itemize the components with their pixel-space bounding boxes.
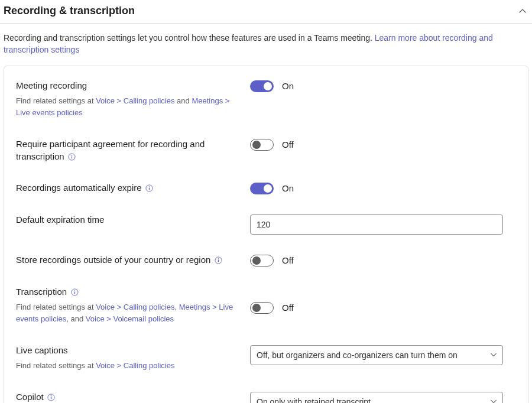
- copilot-label: Copilot: [16, 392, 44, 402]
- setting-live-captions: Live captions Find related settings at V…: [4, 334, 528, 381]
- section-header: Recording & transcription: [0, 0, 532, 24]
- and-text: and: [174, 96, 192, 105]
- setting-default-expiration: Default expiration time: [4, 204, 528, 244]
- svg-rect-14: [51, 397, 51, 399]
- meeting-recording-sublabel: Find related settings at Voice > Calling…: [16, 95, 241, 119]
- description-text: Recording and transcription settings let…: [4, 33, 375, 43]
- copilot-select[interactable]: On only with retained transcript: [250, 392, 503, 403]
- meeting-recording-toggle[interactable]: [250, 80, 274, 92]
- svg-point-7: [218, 258, 218, 259]
- collapse-chevron-up-icon[interactable]: [517, 5, 528, 17]
- svg-point-1: [72, 155, 72, 155]
- store-outside-toggle[interactable]: [250, 255, 274, 266]
- meeting-recording-label: Meeting recording: [16, 80, 87, 90]
- svg-rect-8: [218, 259, 219, 262]
- info-icon[interactable]: [70, 288, 79, 296]
- live-captions-sublabel: Find related settings at Voice > Calling…: [16, 360, 241, 372]
- setting-transcription: Transcription Find related settings at V…: [4, 276, 528, 334]
- setting-store-outside: Store recordings outside of your country…: [4, 244, 528, 276]
- info-icon[interactable]: [214, 256, 222, 264]
- voice-calling-link[interactable]: Voice > Calling policies: [96, 361, 174, 370]
- svg-point-10: [74, 290, 74, 291]
- transcription-label: Transcription: [16, 287, 67, 297]
- store-outside-label: Store recordings outside of your country…: [16, 255, 210, 265]
- info-icon[interactable]: [47, 394, 56, 402]
- voice-calling-link[interactable]: Voice > Calling policies: [96, 303, 174, 311]
- setting-auto-expire: Recordings automatically expire On: [4, 172, 528, 204]
- transcription-state: Off: [282, 303, 294, 313]
- meeting-recording-state: On: [282, 81, 294, 91]
- related-prefix: Find related settings at: [16, 96, 96, 105]
- require-agreement-state: Off: [282, 139, 294, 150]
- section-title: Recording & transcription: [4, 5, 135, 17]
- info-icon[interactable]: [68, 152, 76, 161]
- live-captions-select[interactable]: Off, but organizers and co-organizers ca…: [250, 345, 503, 365]
- svg-point-13: [51, 395, 51, 396]
- setting-meeting-recording: Meeting recording Find related settings …: [4, 70, 528, 128]
- svg-rect-2: [72, 156, 72, 158]
- setting-require-agreement: Require participant agreement for record…: [4, 128, 528, 172]
- default-expiration-input[interactable]: [250, 214, 503, 235]
- require-agreement-toggle[interactable]: [250, 139, 274, 151]
- settings-card: Meeting recording Find related settings …: [4, 66, 528, 403]
- svg-point-4: [149, 186, 150, 187]
- setting-copilot: Copilot On only with retained transcript: [4, 381, 528, 403]
- info-icon[interactable]: [145, 184, 154, 192]
- default-expiration-label: Default expiration time: [16, 214, 104, 225]
- svg-rect-5: [149, 187, 150, 190]
- section-description: Recording and transcription settings let…: [0, 32, 532, 66]
- voice-calling-link[interactable]: Voice > Calling policies: [96, 96, 174, 105]
- copilot-value: On only with retained transcript: [257, 397, 371, 403]
- voice-voicemail-link[interactable]: Voice > Voicemail policies: [86, 314, 174, 323]
- transcription-toggle[interactable]: [250, 302, 274, 314]
- auto-expire-toggle[interactable]: [250, 183, 274, 194]
- auto-expire-state: On: [282, 183, 294, 193]
- transcription-sublabel: Find related settings at Voice > Calling…: [16, 301, 241, 325]
- svg-rect-11: [74, 291, 74, 294]
- and-text: , and: [66, 314, 86, 323]
- auto-expire-label: Recordings automatically expire: [16, 183, 142, 193]
- live-captions-value: Off, but organizers and co-organizers ca…: [257, 350, 458, 360]
- related-prefix: Find related settings at: [16, 303, 96, 311]
- related-prefix: Find related settings at: [16, 361, 96, 370]
- require-agreement-label: Require participant agreement for record…: [16, 139, 205, 161]
- live-captions-label: Live captions: [16, 345, 68, 355]
- store-outside-state: Off: [282, 255, 294, 265]
